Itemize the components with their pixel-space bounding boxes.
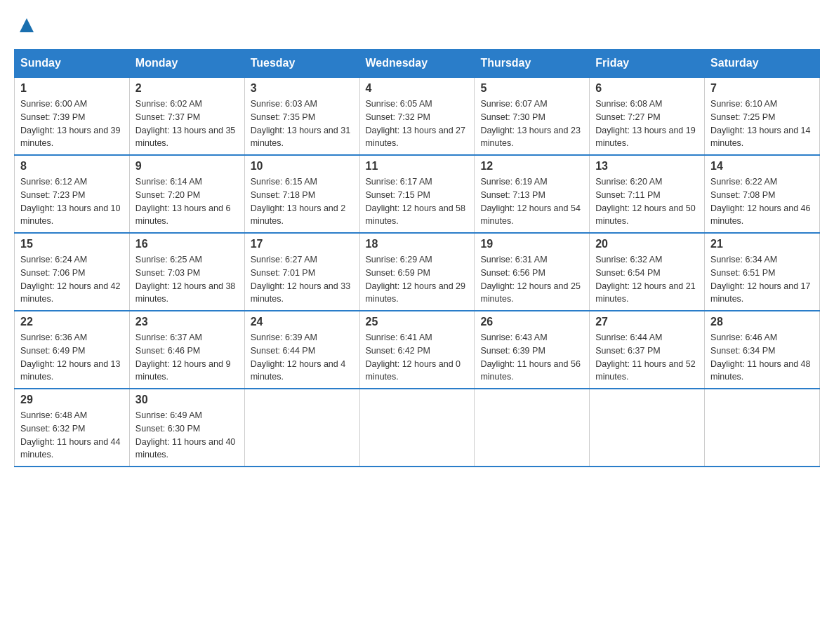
calendar-cell: 26 Sunrise: 6:43 AM Sunset: 6:39 PM Dayl…: [475, 311, 590, 389]
week-row-1: 1 Sunrise: 6:00 AM Sunset: 7:39 PM Dayli…: [15, 77, 820, 155]
day-number: 3: [251, 82, 354, 95]
day-info: Sunrise: 6:25 AM Sunset: 7:03 PM Dayligh…: [135, 253, 239, 306]
calendar-cell: [475, 389, 590, 467]
calendar-cell: 9 Sunrise: 6:14 AM Sunset: 7:20 PM Dayli…: [129, 155, 244, 233]
calendar-table: SundayMondayTuesdayWednesdayThursdayFrid…: [14, 49, 820, 467]
calendar-cell: 21 Sunrise: 6:34 AM Sunset: 6:51 PM Dayl…: [705, 233, 820, 311]
day-number: 30: [135, 394, 239, 406]
day-number: 11: [366, 160, 469, 173]
day-info: Sunrise: 6:12 AM Sunset: 7:23 PM Dayligh…: [20, 175, 124, 228]
day-number: 23: [135, 316, 239, 328]
calendar-cell: 16 Sunrise: 6:25 AM Sunset: 7:03 PM Dayl…: [129, 233, 244, 311]
day-info: Sunrise: 6:32 AM Sunset: 6:54 PM Dayligh…: [595, 253, 699, 306]
day-info: Sunrise: 6:31 AM Sunset: 6:56 PM Dayligh…: [480, 253, 583, 306]
weekday-header-thursday: Thursday: [475, 50, 590, 78]
day-number: 28: [710, 316, 814, 328]
day-number: 4: [366, 82, 469, 95]
day-info: Sunrise: 6:41 AM Sunset: 6:42 PM Dayligh…: [366, 331, 469, 384]
day-info: Sunrise: 6:05 AM Sunset: 7:32 PM Dayligh…: [366, 98, 469, 150]
calendar-cell: 2 Sunrise: 6:02 AM Sunset: 7:37 PM Dayli…: [129, 77, 244, 155]
day-info: Sunrise: 6:27 AM Sunset: 7:01 PM Dayligh…: [251, 253, 354, 306]
calendar-cell: 3 Sunrise: 6:03 AM Sunset: 7:35 PM Dayli…: [244, 77, 359, 155]
calendar-cell: 13 Sunrise: 6:20 AM Sunset: 7:11 PM Dayl…: [590, 155, 705, 233]
calendar-cell: 6 Sunrise: 6:08 AM Sunset: 7:27 PM Dayli…: [590, 77, 705, 155]
calendar-cell: 17 Sunrise: 6:27 AM Sunset: 7:01 PM Dayl…: [244, 233, 359, 311]
page-header: [14, 14, 820, 38]
weekday-header-wednesday: Wednesday: [359, 50, 475, 78]
week-row-3: 15 Sunrise: 6:24 AM Sunset: 7:06 PM Dayl…: [15, 233, 820, 311]
day-number: 14: [710, 160, 814, 173]
day-number: 19: [480, 238, 583, 250]
svg-marker-0: [20, 18, 34, 32]
day-number: 10: [251, 160, 354, 173]
day-number: 12: [480, 160, 583, 173]
day-number: 26: [480, 316, 583, 328]
calendar-cell: 24 Sunrise: 6:39 AM Sunset: 6:44 PM Dayl…: [244, 311, 359, 389]
calendar-cell: 22 Sunrise: 6:36 AM Sunset: 6:49 PM Dayl…: [15, 311, 130, 389]
day-number: 13: [595, 160, 699, 173]
day-number: 1: [20, 82, 124, 95]
day-info: Sunrise: 6:07 AM Sunset: 7:30 PM Dayligh…: [480, 98, 583, 150]
calendar-cell: 27 Sunrise: 6:44 AM Sunset: 6:37 PM Dayl…: [590, 311, 705, 389]
day-info: Sunrise: 6:02 AM Sunset: 7:37 PM Dayligh…: [135, 98, 239, 150]
weekday-header-friday: Friday: [590, 50, 705, 78]
day-info: Sunrise: 6:48 AM Sunset: 6:32 PM Dayligh…: [20, 409, 124, 462]
day-info: Sunrise: 6:34 AM Sunset: 6:51 PM Dayligh…: [710, 253, 814, 306]
calendar-cell: 15 Sunrise: 6:24 AM Sunset: 7:06 PM Dayl…: [15, 233, 130, 311]
week-row-4: 22 Sunrise: 6:36 AM Sunset: 6:49 PM Dayl…: [15, 311, 820, 389]
calendar-cell: 28 Sunrise: 6:46 AM Sunset: 6:34 PM Dayl…: [705, 311, 820, 389]
calendar-cell: [705, 389, 820, 467]
day-number: 5: [480, 82, 583, 95]
calendar-cell: 19 Sunrise: 6:31 AM Sunset: 6:56 PM Dayl…: [475, 233, 590, 311]
day-info: Sunrise: 6:17 AM Sunset: 7:15 PM Dayligh…: [366, 175, 469, 228]
calendar-cell: [244, 389, 359, 467]
day-info: Sunrise: 6:22 AM Sunset: 7:08 PM Dayligh…: [710, 175, 814, 228]
day-info: Sunrise: 6:20 AM Sunset: 7:11 PM Dayligh…: [595, 175, 699, 228]
weekday-header-row: SundayMondayTuesdayWednesdayThursdayFrid…: [15, 50, 820, 78]
calendar-cell: 10 Sunrise: 6:15 AM Sunset: 7:18 PM Dayl…: [244, 155, 359, 233]
day-info: Sunrise: 6:10 AM Sunset: 7:25 PM Dayligh…: [710, 98, 814, 150]
calendar-cell: 23 Sunrise: 6:37 AM Sunset: 6:46 PM Dayl…: [129, 311, 244, 389]
weekday-header-saturday: Saturday: [705, 50, 820, 78]
logo-triangle-icon: [17, 15, 37, 35]
day-number: 24: [251, 316, 354, 328]
day-info: Sunrise: 6:37 AM Sunset: 6:46 PM Dayligh…: [135, 331, 239, 384]
day-info: Sunrise: 6:29 AM Sunset: 6:59 PM Dayligh…: [366, 253, 469, 306]
logo: [14, 14, 48, 38]
day-number: 6: [595, 82, 699, 95]
day-info: Sunrise: 6:36 AM Sunset: 6:49 PM Dayligh…: [20, 331, 124, 384]
weekday-header-sunday: Sunday: [15, 50, 130, 78]
day-number: 8: [20, 160, 124, 173]
day-info: Sunrise: 6:46 AM Sunset: 6:34 PM Dayligh…: [710, 331, 814, 384]
calendar-cell: [590, 389, 705, 467]
calendar-cell: 29 Sunrise: 6:48 AM Sunset: 6:32 PM Dayl…: [15, 389, 130, 467]
day-number: 7: [710, 82, 814, 95]
day-number: 9: [135, 160, 239, 173]
calendar-cell: 5 Sunrise: 6:07 AM Sunset: 7:30 PM Dayli…: [475, 77, 590, 155]
day-number: 27: [595, 316, 699, 328]
day-number: 21: [710, 238, 814, 250]
weekday-header-tuesday: Tuesday: [244, 50, 359, 78]
day-number: 17: [251, 238, 354, 250]
calendar-cell: 30 Sunrise: 6:49 AM Sunset: 6:30 PM Dayl…: [129, 389, 244, 467]
day-info: Sunrise: 6:24 AM Sunset: 7:06 PM Dayligh…: [20, 253, 124, 306]
day-info: Sunrise: 6:44 AM Sunset: 6:37 PM Dayligh…: [595, 331, 699, 384]
day-number: 22: [20, 316, 124, 328]
calendar-cell: 12 Sunrise: 6:19 AM Sunset: 7:13 PM Dayl…: [475, 155, 590, 233]
day-number: 29: [20, 394, 124, 406]
weekday-header-monday: Monday: [129, 50, 244, 78]
calendar-cell: 18 Sunrise: 6:29 AM Sunset: 6:59 PM Dayl…: [359, 233, 475, 311]
calendar-cell: 7 Sunrise: 6:10 AM Sunset: 7:25 PM Dayli…: [705, 77, 820, 155]
day-info: Sunrise: 6:19 AM Sunset: 7:13 PM Dayligh…: [480, 175, 583, 228]
day-number: 2: [135, 82, 239, 95]
calendar-cell: 14 Sunrise: 6:22 AM Sunset: 7:08 PM Dayl…: [705, 155, 820, 233]
day-info: Sunrise: 6:00 AM Sunset: 7:39 PM Dayligh…: [20, 98, 124, 150]
day-info: Sunrise: 6:08 AM Sunset: 7:27 PM Dayligh…: [595, 98, 699, 150]
calendar-cell: 4 Sunrise: 6:05 AM Sunset: 7:32 PM Dayli…: [359, 77, 475, 155]
calendar-cell: [359, 389, 475, 467]
day-info: Sunrise: 6:43 AM Sunset: 6:39 PM Dayligh…: [480, 331, 583, 384]
week-row-5: 29 Sunrise: 6:48 AM Sunset: 6:32 PM Dayl…: [15, 389, 820, 467]
calendar-cell: 11 Sunrise: 6:17 AM Sunset: 7:15 PM Dayl…: [359, 155, 475, 233]
day-info: Sunrise: 6:39 AM Sunset: 6:44 PM Dayligh…: [251, 331, 354, 384]
day-info: Sunrise: 6:49 AM Sunset: 6:30 PM Dayligh…: [135, 409, 239, 462]
